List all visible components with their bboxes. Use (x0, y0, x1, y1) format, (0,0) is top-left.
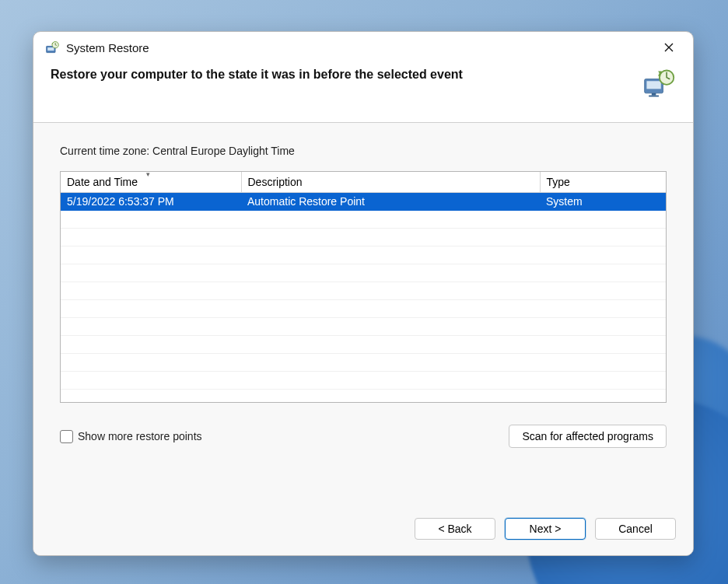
svg-rect-5 (652, 93, 656, 96)
cell-description: Automatic Restore Point (241, 192, 540, 210)
body-section: Current time zone: Central Europe Daylig… (33, 123, 693, 505)
next-button[interactable]: Next > (505, 518, 586, 540)
below-table-row: Show more restore points Scan for affect… (60, 425, 667, 448)
close-button[interactable] (651, 35, 687, 60)
table-row[interactable]: 5/19/2022 6:53:37 PM Automatic Restore P… (61, 192, 666, 210)
table-row-empty (61, 228, 666, 246)
cell-date: 5/19/2022 6:53:37 PM (61, 192, 241, 210)
svg-rect-1 (47, 47, 54, 51)
system-restore-large-icon (642, 68, 676, 99)
table-row-empty (61, 246, 666, 264)
sort-indicator-icon: ▾ (146, 171, 150, 178)
checkbox-icon (60, 430, 73, 443)
restore-points-table[interactable]: Date and Time ▾ Description Type 5/19/20… (60, 171, 667, 403)
column-header-label: Date and Time (67, 176, 138, 188)
window-title: System Restore (66, 41, 149, 54)
table-row-empty (61, 335, 666, 353)
wizard-footer: < Back Next > Cancel (33, 505, 693, 555)
system-restore-dialog: System Restore Restore your computer to … (33, 31, 694, 556)
table-row-empty (61, 210, 666, 228)
back-button[interactable]: < Back (415, 518, 495, 540)
titlebar: System Restore (33, 32, 693, 63)
header-section: Restore your computer to the state it wa… (33, 63, 693, 123)
table-row-empty (61, 299, 666, 317)
show-more-label: Show more restore points (78, 430, 202, 442)
timezone-label: Current time zone: Central Europe Daylig… (60, 145, 667, 157)
table-row-empty (61, 317, 666, 335)
column-header-date[interactable]: Date and Time ▾ (61, 172, 241, 192)
cell-type: System (540, 192, 666, 210)
show-more-checkbox[interactable]: Show more restore points (60, 430, 202, 443)
scan-affected-button[interactable]: Scan for affected programs (509, 425, 667, 448)
svg-rect-4 (646, 81, 660, 89)
table-row-empty (61, 371, 666, 389)
column-header-type[interactable]: Type (540, 172, 666, 192)
column-header-description[interactable]: Description (241, 172, 540, 192)
table-header-row: Date and Time ▾ Description Type (61, 172, 666, 192)
svg-rect-6 (649, 96, 659, 97)
table-row-empty (61, 282, 666, 299)
table-row-empty (61, 264, 666, 282)
table-row-empty (61, 353, 666, 371)
system-restore-icon (44, 40, 60, 55)
close-icon (664, 43, 674, 52)
cancel-button[interactable]: Cancel (595, 518, 676, 540)
page-heading: Restore your computer to the state it wa… (51, 68, 632, 82)
